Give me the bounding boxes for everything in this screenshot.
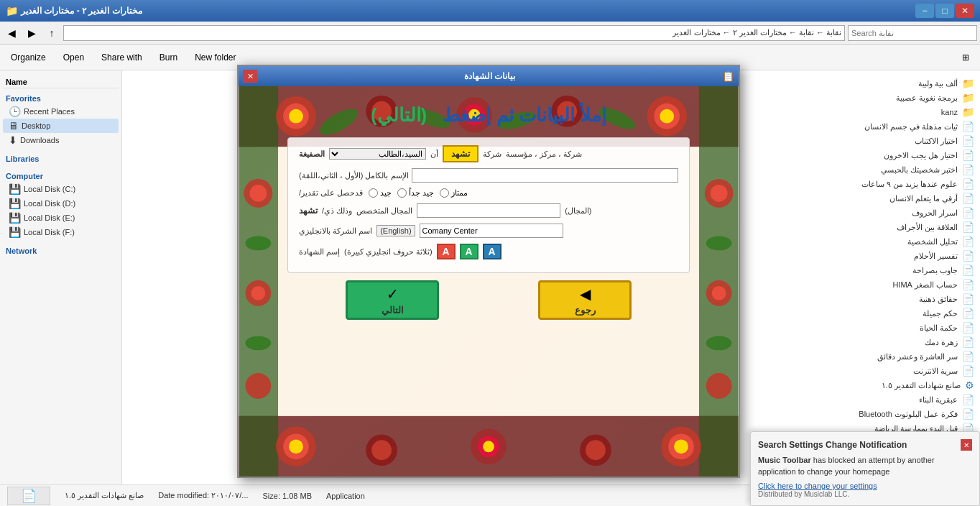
file-name: سرية الانترنت	[913, 367, 958, 376]
forward-button[interactable]: ▶	[23, 24, 40, 42]
type-btn-tashd[interactable]: تشهد	[443, 145, 479, 162]
file-name: تحليل الشخصية	[907, 237, 958, 247]
file-icon: 📄	[962, 135, 974, 147]
cert-btn-a1[interactable]: A	[437, 244, 456, 259]
notification-popup: Search Settings Change Notification ✕ Mu…	[750, 431, 980, 506]
notif-body-bold: Music Toolbar	[758, 456, 811, 464]
dialog-content: إملأ البيانات ثم إضغط (التالي) شركة ، مر…	[239, 86, 739, 327]
file-icon: 📄	[962, 365, 974, 377]
svg-point-30	[586, 440, 606, 460]
file-name: جاوب بصراحة	[912, 266, 958, 275]
file-name: حقائق ذهنية	[919, 295, 958, 304]
cert-btn-a2[interactable]: A	[460, 244, 479, 259]
libraries-header[interactable]: Libraries	[3, 153, 119, 165]
file-icon: 📄	[962, 250, 974, 262]
notif-close-button[interactable]: ✕	[961, 439, 972, 451]
minimize-button[interactable]: −	[915, 4, 934, 18]
sidebar-item-local-disk-e[interactable]: 💾 Local Disk (E:)	[3, 211, 119, 225]
cert-name-label: إسم الشهادة	[299, 247, 340, 257]
svg-point-31	[661, 427, 701, 467]
file-name: ألف بية ولبية	[918, 79, 958, 88]
maximize-button[interactable]: □	[935, 4, 954, 18]
field-sublabel: المجال المتخصص	[356, 206, 412, 216]
file-icon: 📄	[962, 178, 974, 190]
file-icon: 📁	[962, 92, 974, 104]
address-path[interactable]: نقابة ← نقابة ← مختارات الغدير ٢ ← مختار…	[63, 25, 845, 41]
favorites-header[interactable]: Favorites	[3, 93, 119, 104]
file-name: علوم عندها يزيد من ٩ ساعات	[861, 180, 958, 189]
file-icon: 📄	[962, 221, 974, 233]
network-header[interactable]: Network	[3, 245, 119, 257]
next-button[interactable]: ✓ التالي	[346, 280, 439, 320]
back-button[interactable]: ◀	[3, 24, 20, 42]
dialog-close-button[interactable]: ✕	[243, 70, 257, 83]
cert-btn-a3[interactable]: A	[483, 244, 501, 259]
notif-title: Search Settings Change Notification	[758, 440, 907, 450]
computer-header[interactable]: Computer	[3, 170, 119, 182]
notif-link[interactable]: Click here to change your settings	[758, 482, 972, 490]
rating-excellent-radio[interactable]	[440, 188, 449, 198]
cert-hint: (ثلاثة حروف انجليزي كبيرة)	[344, 247, 433, 257]
sidebar-item-local-disk-c[interactable]: 💾 Local Disk (C:)	[3, 182, 119, 196]
sidebar: Name Favorites 🕒 Recent Places 🖥 Desktop…	[0, 70, 122, 484]
burn-button[interactable]: Burn	[152, 47, 185, 68]
new-folder-button[interactable]: New folder	[187, 47, 244, 68]
status-date: Date modified: ٢٠١٠/٠٧/...	[158, 491, 248, 500]
rating-very-good-radio[interactable]	[397, 188, 407, 198]
file-icon: 📄	[962, 336, 974, 348]
back-button-dialog[interactable]: ◀ رجوع	[538, 280, 632, 320]
close-button[interactable]: ✕	[956, 4, 974, 18]
file-icon: 📄	[962, 164, 974, 175]
organize-button[interactable]: Organize	[3, 47, 54, 68]
file-icon: 📄	[962, 236, 974, 247]
svg-point-32	[668, 433, 694, 459]
sidebar-item-downloads[interactable]: ⬇ Downloads	[3, 133, 119, 147]
file-name: حكم جميلة	[923, 309, 958, 318]
sidebar-item-recent[interactable]: 🕒 Recent Places	[3, 104, 119, 119]
dialog-titlebar: ✕ بيانات الشهادة 📋	[239, 66, 739, 86]
sidebar-item-local-disk-d[interactable]: 💾 Local Disk (D:)	[3, 196, 119, 211]
share-with-button[interactable]: Share with	[93, 47, 150, 68]
dialog-main-title: إملأ البيانات ثم إضغط (التالي)	[371, 104, 606, 126]
view-options-button[interactable]: ⊞	[954, 47, 977, 68]
svg-point-33	[674, 439, 688, 454]
entity-select[interactable]: السيد،الطالب إسم الشركة أو المؤسسة	[329, 148, 426, 160]
dialog-title-fill: إملأ البيانات ثم إضغط	[443, 104, 606, 126]
file-name: فكرة عمل البلوتوث Bluetooth	[859, 410, 958, 419]
svg-point-40	[245, 373, 271, 399]
up-button[interactable]: ↑	[43, 24, 60, 42]
back-icon: ◀	[580, 285, 591, 303]
svg-point-23	[289, 439, 303, 454]
status-size: Size: 1.08 MB	[263, 492, 312, 500]
favorites-section: Favorites 🕒 Recent Places 🖥 Desktop ⬇ Do…	[3, 93, 119, 147]
form-row-cert-name: A A A (ثلاثة حروف انجليزي كبيرة) إسم الش…	[299, 244, 678, 259]
company-label: شركة	[483, 150, 501, 159]
sidebar-item-local-disk-f[interactable]: 💾 Local Disk (F:)	[3, 225, 119, 239]
file-name: اختيار الاكتناب	[915, 137, 958, 146]
full-name-input[interactable]	[412, 168, 678, 183]
status-type: Application	[326, 492, 365, 500]
file-icon: 📄	[962, 308, 974, 319]
svg-point-46	[706, 336, 732, 350]
rating-excellent-label: ممتاز	[440, 188, 468, 198]
file-name: اختيار هل يجب الاخرون	[884, 151, 958, 160]
field-input[interactable]	[417, 203, 560, 218]
search-input[interactable]	[848, 25, 977, 41]
svg-point-47	[706, 373, 732, 399]
form-panel: شركة ، مركز ، مؤسسة شركة تشهد أن السيد،ا…	[287, 137, 690, 273]
rating-good-radio[interactable]	[369, 188, 378, 198]
explorer-titlebar: 📁 مختارات الغدير ٢ - مختارات الغدير − □ …	[0, 0, 980, 22]
english-name-input[interactable]	[420, 224, 563, 238]
dialog-title-next: (التالي)	[371, 104, 427, 126]
form-row-rating: ممتاز جيد جداً جيد قدحصل على تقدير/	[299, 188, 678, 198]
file-icon: 📄	[962, 264, 974, 276]
libraries-section: Libraries	[3, 153, 119, 165]
form-row-field: (المجال) المجال المتخصص وذلك ذي/ تشهد	[299, 203, 678, 218]
file-icon: 📄	[962, 394, 974, 405]
svg-point-29	[580, 434, 611, 466]
open-button[interactable]: Open	[55, 47, 92, 68]
file-name: برمجة نغوية عصبية	[896, 93, 958, 103]
sidebar-item-desktop[interactable]: 🖥 Desktop	[3, 119, 119, 133]
dialog-body: إملأ البيانات ثم إضغط (التالي) شركة ، مر…	[239, 86, 739, 477]
form-row-english: (English) اسم الشركة بالانجليزي	[299, 224, 678, 238]
